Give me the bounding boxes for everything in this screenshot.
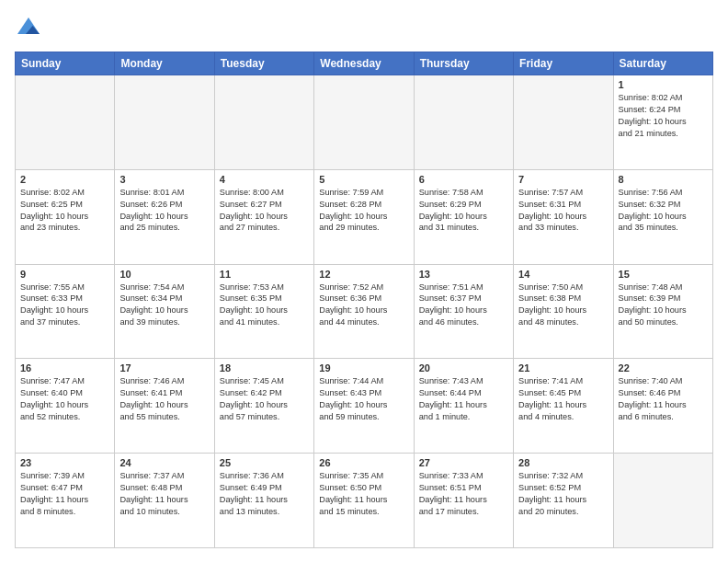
calendar-cell: 25Sunrise: 7:36 AM Sunset: 6:49 PM Dayli… xyxy=(214,454,313,548)
calendar-cell: 16Sunrise: 7:47 AM Sunset: 6:40 PM Dayli… xyxy=(16,359,115,454)
day-number: 17 xyxy=(119,362,209,373)
day-info: Sunrise: 7:32 AM Sunset: 6:52 PM Dayligh… xyxy=(518,470,608,518)
day-info: Sunrise: 7:35 AM Sunset: 6:50 PM Dayligh… xyxy=(319,470,408,518)
calendar-cell: 5Sunrise: 7:59 AM Sunset: 6:28 PM Daylig… xyxy=(314,169,414,264)
day-info: Sunrise: 7:48 AM Sunset: 6:39 PM Dayligh… xyxy=(619,282,708,329)
calendar-cell: 8Sunrise: 7:56 AM Sunset: 6:32 PM Daylig… xyxy=(613,169,712,264)
day-info: Sunrise: 7:41 AM Sunset: 6:45 PM Dayligh… xyxy=(518,375,608,423)
calendar-cell xyxy=(514,75,613,170)
day-info: Sunrise: 7:54 AM Sunset: 6:34 PM Dayligh… xyxy=(119,282,209,329)
calendar-cell: 2Sunrise: 8:02 AM Sunset: 6:25 PM Daylig… xyxy=(16,169,115,264)
calendar-header-friday: Friday xyxy=(514,52,613,75)
day-number: 26 xyxy=(319,457,408,468)
day-number: 21 xyxy=(518,362,608,373)
day-info: Sunrise: 7:50 AM Sunset: 6:38 PM Dayligh… xyxy=(518,282,608,329)
day-number: 23 xyxy=(20,457,109,468)
calendar-cell: 18Sunrise: 7:45 AM Sunset: 6:42 PM Dayli… xyxy=(214,359,313,454)
day-number: 5 xyxy=(319,174,408,185)
day-info: Sunrise: 7:43 AM Sunset: 6:44 PM Dayligh… xyxy=(419,375,508,423)
day-info: Sunrise: 8:02 AM Sunset: 6:25 PM Dayligh… xyxy=(20,187,109,235)
day-info: Sunrise: 7:56 AM Sunset: 6:32 PM Dayligh… xyxy=(619,187,708,235)
day-number: 22 xyxy=(619,362,708,373)
page: SundayMondayTuesdayWednesdayThursdayFrid… xyxy=(0,0,728,563)
calendar-cell: 7Sunrise: 7:57 AM Sunset: 6:31 PM Daylig… xyxy=(514,169,613,264)
day-info: Sunrise: 7:45 AM Sunset: 6:42 PM Dayligh… xyxy=(220,375,309,423)
day-number: 9 xyxy=(20,269,109,280)
calendar-cell: 19Sunrise: 7:44 AM Sunset: 6:43 PM Dayli… xyxy=(314,359,414,454)
day-info: Sunrise: 8:01 AM Sunset: 6:26 PM Dayligh… xyxy=(119,187,209,235)
logo-icon xyxy=(15,15,42,42)
calendar: SundayMondayTuesdayWednesdayThursdayFrid… xyxy=(15,52,713,548)
day-number: 16 xyxy=(20,362,109,373)
day-info: Sunrise: 7:59 AM Sunset: 6:28 PM Dayligh… xyxy=(319,187,408,235)
calendar-cell xyxy=(314,75,414,170)
calendar-cell xyxy=(115,75,214,170)
day-number: 15 xyxy=(619,269,708,280)
day-info: Sunrise: 7:33 AM Sunset: 6:51 PM Dayligh… xyxy=(419,470,508,518)
calendar-week-3: 16Sunrise: 7:47 AM Sunset: 6:40 PM Dayli… xyxy=(16,359,713,454)
logo xyxy=(15,15,46,42)
calendar-cell xyxy=(16,75,115,170)
day-info: Sunrise: 8:02 AM Sunset: 6:24 PM Dayligh… xyxy=(619,92,708,140)
header xyxy=(15,15,713,42)
day-info: Sunrise: 7:44 AM Sunset: 6:43 PM Dayligh… xyxy=(319,375,408,423)
day-info: Sunrise: 7:52 AM Sunset: 6:36 PM Dayligh… xyxy=(319,282,408,329)
day-number: 27 xyxy=(419,457,508,468)
calendar-cell: 13Sunrise: 7:51 AM Sunset: 6:37 PM Dayli… xyxy=(414,264,513,359)
day-info: Sunrise: 7:36 AM Sunset: 6:49 PM Dayligh… xyxy=(220,470,309,518)
calendar-cell: 10Sunrise: 7:54 AM Sunset: 6:34 PM Dayli… xyxy=(115,264,214,359)
calendar-cell: 6Sunrise: 7:58 AM Sunset: 6:29 PM Daylig… xyxy=(414,169,513,264)
day-number: 14 xyxy=(518,269,608,280)
calendar-cell: 22Sunrise: 7:40 AM Sunset: 6:46 PM Dayli… xyxy=(613,359,712,454)
calendar-cell: 23Sunrise: 7:39 AM Sunset: 6:47 PM Dayli… xyxy=(16,454,115,548)
day-number: 19 xyxy=(319,362,408,373)
day-info: Sunrise: 7:39 AM Sunset: 6:47 PM Dayligh… xyxy=(20,470,109,518)
calendar-cell: 21Sunrise: 7:41 AM Sunset: 6:45 PM Dayli… xyxy=(514,359,613,454)
day-number: 25 xyxy=(220,457,309,468)
calendar-cell: 24Sunrise: 7:37 AM Sunset: 6:48 PM Dayli… xyxy=(115,454,214,548)
calendar-cell: 28Sunrise: 7:32 AM Sunset: 6:52 PM Dayli… xyxy=(514,454,613,548)
day-number: 7 xyxy=(518,174,608,185)
day-number: 3 xyxy=(119,174,209,185)
calendar-cell: 12Sunrise: 7:52 AM Sunset: 6:36 PM Dayli… xyxy=(314,264,414,359)
day-info: Sunrise: 7:53 AM Sunset: 6:35 PM Dayligh… xyxy=(220,282,309,329)
calendar-week-2: 9Sunrise: 7:55 AM Sunset: 6:33 PM Daylig… xyxy=(16,264,713,359)
day-info: Sunrise: 7:58 AM Sunset: 6:29 PM Dayligh… xyxy=(419,187,508,235)
day-number: 28 xyxy=(518,457,608,468)
day-number: 20 xyxy=(419,362,508,373)
calendar-cell: 26Sunrise: 7:35 AM Sunset: 6:50 PM Dayli… xyxy=(314,454,414,548)
day-number: 18 xyxy=(220,362,309,373)
calendar-header-row: SundayMondayTuesdayWednesdayThursdayFrid… xyxy=(16,52,713,75)
day-info: Sunrise: 7:47 AM Sunset: 6:40 PM Dayligh… xyxy=(20,375,109,423)
day-number: 24 xyxy=(119,457,209,468)
calendar-cell xyxy=(613,454,712,548)
day-number: 6 xyxy=(419,174,508,185)
day-number: 11 xyxy=(220,269,309,280)
calendar-cell xyxy=(214,75,313,170)
calendar-header-saturday: Saturday xyxy=(613,52,712,75)
calendar-cell: 27Sunrise: 7:33 AM Sunset: 6:51 PM Dayli… xyxy=(414,454,513,548)
day-number: 8 xyxy=(619,174,708,185)
calendar-week-1: 2Sunrise: 8:02 AM Sunset: 6:25 PM Daylig… xyxy=(16,169,713,264)
day-info: Sunrise: 7:57 AM Sunset: 6:31 PM Dayligh… xyxy=(518,187,608,235)
calendar-cell: 4Sunrise: 8:00 AM Sunset: 6:27 PM Daylig… xyxy=(214,169,313,264)
calendar-header-monday: Monday xyxy=(115,52,214,75)
day-info: Sunrise: 8:00 AM Sunset: 6:27 PM Dayligh… xyxy=(220,187,309,235)
calendar-cell: 3Sunrise: 8:01 AM Sunset: 6:26 PM Daylig… xyxy=(115,169,214,264)
day-info: Sunrise: 7:51 AM Sunset: 6:37 PM Dayligh… xyxy=(419,282,508,329)
day-number: 2 xyxy=(20,174,109,185)
day-info: Sunrise: 7:40 AM Sunset: 6:46 PM Dayligh… xyxy=(619,375,708,423)
day-number: 1 xyxy=(619,79,708,90)
day-number: 10 xyxy=(119,269,209,280)
calendar-cell: 15Sunrise: 7:48 AM Sunset: 6:39 PM Dayli… xyxy=(613,264,712,359)
calendar-cell: 20Sunrise: 7:43 AM Sunset: 6:44 PM Dayli… xyxy=(414,359,513,454)
calendar-cell: 11Sunrise: 7:53 AM Sunset: 6:35 PM Dayli… xyxy=(214,264,313,359)
calendar-cell xyxy=(414,75,513,170)
calendar-cell: 9Sunrise: 7:55 AM Sunset: 6:33 PM Daylig… xyxy=(16,264,115,359)
day-number: 12 xyxy=(319,269,408,280)
day-number: 4 xyxy=(220,174,309,185)
calendar-week-4: 23Sunrise: 7:39 AM Sunset: 6:47 PM Dayli… xyxy=(16,454,713,548)
calendar-cell: 17Sunrise: 7:46 AM Sunset: 6:41 PM Dayli… xyxy=(115,359,214,454)
calendar-header-wednesday: Wednesday xyxy=(314,52,414,75)
day-number: 13 xyxy=(419,269,508,280)
